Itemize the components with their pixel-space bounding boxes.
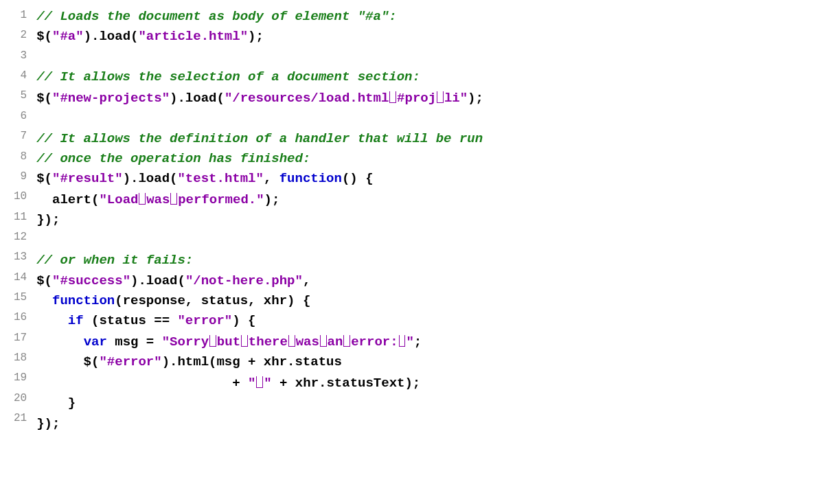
token-punct: $( [36, 29, 52, 44]
code-line [36, 47, 483, 67]
code-line: }); [36, 210, 483, 230]
line-number: 8 [14, 148, 27, 168]
token-punct: () { [342, 171, 374, 186]
token-punct: } [36, 396, 76, 411]
token-punct: ); [264, 192, 280, 207]
line-number: 6 [14, 108, 27, 128]
token-string: was [296, 334, 319, 350]
visible-space-icon [398, 334, 407, 347]
token-string: " [248, 376, 255, 391]
token-punct: }); [36, 416, 60, 431]
code-line: $("#error").html(msg + xhr.status [36, 352, 483, 372]
visible-space-icon [138, 192, 146, 205]
line-number: 2 [14, 27, 27, 47]
code-line: // It allows the selection of a document… [36, 67, 483, 87]
token-punct: , [303, 273, 310, 288]
token-punct: (status == [84, 313, 178, 328]
visible-space-icon [436, 90, 444, 104]
line-number: 3 [14, 47, 27, 67]
visible-space-icon [343, 334, 351, 347]
code-line: } [36, 393, 483, 413]
line-number: 7 [14, 128, 27, 148]
visible-space-icon [288, 334, 296, 347]
line-number: 1 [14, 7, 27, 27]
code-line [36, 231, 483, 251]
token-keyword: if [68, 313, 84, 328]
token-string: "Sorry [162, 334, 209, 350]
code-line: // Loads the document as body of element… [36, 7, 483, 27]
line-number: 5 [14, 87, 27, 107]
token-punct [36, 334, 83, 350]
token-punct: ).html(msg + xhr.status [162, 354, 342, 369]
token-punct: $( [36, 273, 52, 288]
code-line: // once the operation has finished: [36, 149, 483, 169]
token-string: "#error" [99, 354, 161, 369]
token-string: performed." [178, 192, 264, 207]
code-line: $("#new-projects").load("/resources/load… [36, 88, 483, 108]
token-punct [36, 313, 68, 328]
token-punct: ).load( [170, 91, 225, 106]
code-body: // Loads the document as body of element… [36, 7, 483, 434]
token-string: an [328, 334, 343, 350]
token-punct: ); [468, 91, 483, 106]
line-number: 10 [14, 188, 27, 208]
token-string: "/resources/load.html [225, 91, 389, 106]
line-number: 9 [14, 168, 27, 188]
token-comment: // or when it fails: [36, 253, 193, 268]
token-keyword: function [279, 171, 342, 186]
code-line: // It allows the definition of a handler… [36, 129, 483, 149]
token-string: there [249, 334, 288, 350]
token-string: "test.html" [177, 171, 263, 186]
line-number: 13 [14, 249, 27, 268]
line-number: 20 [14, 390, 27, 410]
visible-space-icon [319, 334, 328, 347]
token-punct: ).load( [130, 273, 185, 288]
visible-space-icon [255, 375, 264, 389]
token-string: error: [351, 334, 398, 350]
token-punct: ) { [232, 313, 255, 328]
token-punct: + [36, 376, 248, 391]
token-punct [36, 293, 52, 308]
token-keyword: function [52, 293, 115, 308]
token-punct: , [264, 171, 279, 186]
code-listing: 123456789101112131415161718192021 // Loa… [14, 7, 810, 434]
token-punct: (response, status, xhr) { [115, 293, 310, 308]
token-comment: // once the operation has finished: [36, 151, 310, 166]
visible-space-icon [389, 90, 397, 104]
code-line: $("#a").load("article.html"); [36, 27, 483, 47]
token-punct: alert( [36, 192, 99, 207]
line-number-gutter: 123456789101112131415161718192021 [14, 7, 36, 434]
token-punct: msg = [107, 334, 162, 350]
code-line: // or when it fails: [36, 251, 483, 271]
visible-space-icon [240, 334, 249, 347]
token-string: #proj [397, 91, 436, 106]
code-line: $("#result").load("test.html", function(… [36, 169, 483, 189]
token-punct: $( [36, 354, 99, 369]
token-punct: + xhr.statusText); [272, 376, 421, 391]
token-punct: $( [36, 171, 52, 186]
line-number: 12 [14, 229, 27, 249]
token-string: "#result" [52, 171, 123, 186]
line-number: 4 [14, 67, 27, 87]
token-punct: }); [36, 212, 60, 227]
token-keyword: var [84, 334, 107, 350]
line-number: 19 [14, 369, 27, 389]
token-comment: // Loads the document as body of element… [36, 9, 397, 24]
token-comment: // It allows the definition of a handler… [36, 131, 483, 146]
visible-space-icon [170, 192, 178, 205]
token-string: "error" [177, 313, 232, 328]
code-line: function(response, status, xhr) { [36, 291, 483, 311]
line-number: 15 [14, 289, 27, 309]
token-string: "/not-here.php" [185, 273, 303, 288]
token-string: "#a" [52, 29, 84, 44]
token-comment: // It allows the selection of a document… [36, 69, 420, 84]
token-punct: ).load( [123, 171, 178, 186]
token-punct: ); [248, 29, 264, 44]
line-number: 11 [14, 209, 27, 229]
token-string: "#new-projects" [52, 91, 170, 106]
token-string: "article.html" [138, 29, 248, 44]
token-string: " [406, 334, 413, 350]
token-punct: ).load( [84, 29, 139, 44]
token-string: but [217, 334, 240, 350]
code-line: if (status == "error") { [36, 311, 483, 331]
